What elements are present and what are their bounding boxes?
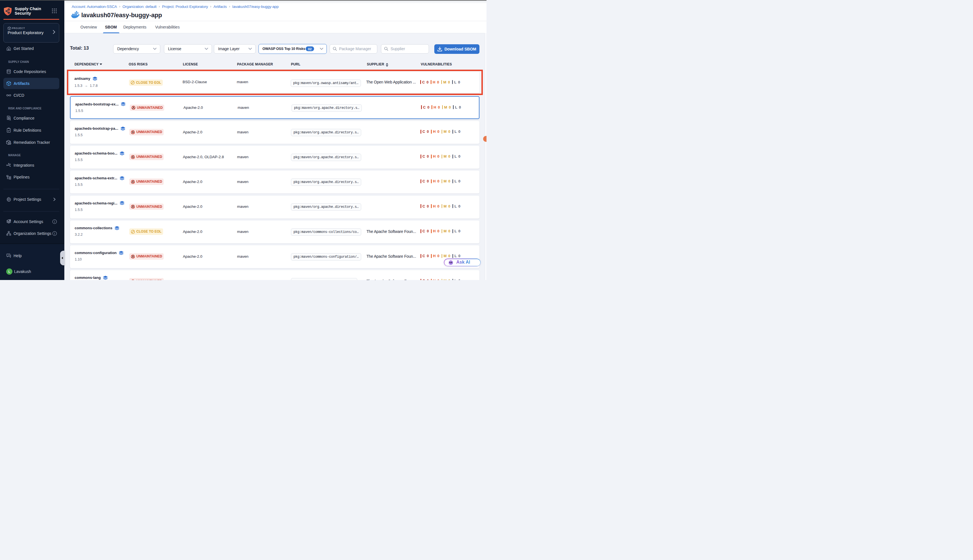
svg-text:?: ? [8,254,9,257]
